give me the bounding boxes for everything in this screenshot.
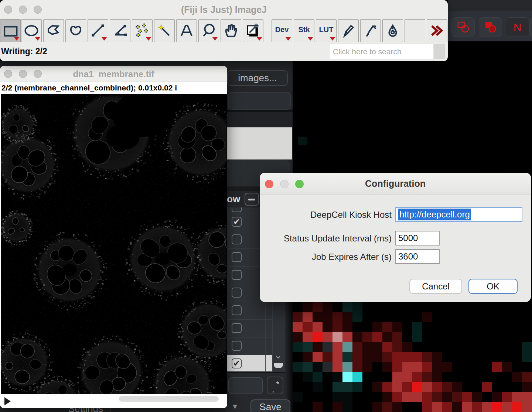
panel-bottom-input[interactable]: [228, 377, 263, 394]
layer-visibility-checkbox[interactable]: [232, 341, 242, 351]
image-pixel: [332, 382, 342, 392]
image-pixel: [412, 322, 422, 332]
layer-visibility-checkbox[interactable]: [232, 270, 242, 280]
image-pixel: [362, 342, 372, 352]
image-window-title: dna1_membrane.tif: [0, 69, 227, 79]
interval-label: Status Update Interval (ms): [260, 233, 392, 244]
image-window-titlebar[interactable]: dna1_membrane.tif: [0, 66, 227, 82]
layer-visibility-checkbox[interactable]: ✔: [232, 358, 242, 368]
image-pixel: [462, 392, 472, 402]
dev-menu-button[interactable]: Dev: [272, 19, 292, 42]
image-pixel: [402, 342, 412, 352]
fill-button[interactable]: [382, 19, 403, 42]
regex-button[interactable]: * .: [267, 377, 283, 394]
shapes-filled-button[interactable]: [479, 17, 502, 37]
screen: images... ow ✔✔ ⌄ * .: [0, 0, 532, 412]
frame-scrollbar[interactable]: [119, 396, 219, 402]
freehand-tool-button[interactable]: [65, 19, 86, 42]
cancel-button[interactable]: Cancel: [409, 279, 462, 294]
expires-input[interactable]: 3600: [395, 249, 440, 264]
image-pixel: [382, 392, 392, 402]
ok-button[interactable]: OK: [468, 279, 518, 294]
chevron-down-icon[interactable]: ⌄: [274, 350, 282, 361]
image-pixel: [332, 312, 342, 322]
image-pixel: [412, 362, 422, 372]
shapes-outline-button[interactable]: [451, 17, 475, 37]
more-tools-button[interactable]: [427, 19, 447, 42]
blank-button[interactable]: [405, 19, 425, 42]
save-dropdown-arrow[interactable]: ▼: [231, 402, 239, 411]
image-pixel: [432, 402, 442, 412]
brush-button[interactable]: [360, 19, 381, 42]
image-pixel: [492, 392, 502, 402]
layer-visibility-checkbox[interactable]: [232, 305, 242, 315]
n-button[interactable]: N: [506, 17, 529, 37]
partial-button[interactable]: [529, 17, 532, 37]
dropdown-arrow-icon: [14, 37, 19, 41]
dropdown-arrow-icon: [286, 37, 291, 41]
image-pixel: [432, 382, 442, 392]
image-pixel: [332, 332, 342, 342]
image-pixel: [342, 322, 352, 332]
image-pixel: [313, 322, 323, 332]
image-pixel: [462, 402, 472, 412]
image-pixel: [293, 332, 303, 342]
layer-visibility-checkbox[interactable]: [232, 288, 242, 298]
angle-tool-button[interactable]: [110, 19, 130, 42]
image-pixel: [362, 352, 372, 362]
search-input[interactable]: [330, 44, 434, 60]
polygon-tool-button[interactable]: [43, 19, 64, 42]
scrollbar-thumb-sliver[interactable]: [274, 363, 283, 368]
image-pixel: [352, 372, 362, 382]
image-pixel: [313, 372, 323, 382]
image-pixel: [422, 352, 432, 362]
image-pixel: [323, 312, 332, 322]
point-tool-button[interactable]: [132, 19, 153, 42]
image-pixel: [402, 362, 412, 372]
pencil-button[interactable]: [338, 19, 359, 42]
microscopy-image[interactable]: [1, 94, 227, 395]
image-pixel: [392, 342, 402, 352]
play-icon[interactable]: [4, 397, 11, 405]
regex-dot-glyph: .: [272, 384, 280, 393]
image-pixel: [332, 362, 342, 372]
color-picker-tool-button[interactable]: [243, 19, 263, 42]
wand-tool-button[interactable]: [154, 19, 175, 42]
collapse-button[interactable]: [245, 193, 259, 206]
panel-light-block: [227, 127, 292, 159]
zoom-tool-button[interactable]: [198, 19, 219, 42]
layer-visibility-checkbox[interactable]: ✔: [232, 217, 242, 227]
image-pixel: [412, 352, 422, 362]
interval-input[interactable]: 5000: [395, 231, 440, 246]
layer-visibility-checkbox[interactable]: [232, 323, 242, 333]
image-pixel: [303, 322, 313, 332]
dialog-title: Configuration: [260, 178, 531, 189]
dev-menu-label: Dev: [272, 25, 292, 34]
oval-tool-button[interactable]: [21, 19, 42, 42]
image-pixel: [442, 362, 452, 372]
image-pixel: [293, 342, 303, 352]
stk-menu-button[interactable]: Stk: [294, 19, 314, 42]
panel-section: [226, 112, 293, 127]
text-tool-button[interactable]: [176, 19, 197, 42]
dropdown-arrow-icon: [330, 37, 335, 41]
image-pixel: [502, 402, 512, 412]
lut-menu-button[interactable]: LUT: [316, 19, 337, 42]
image-pixel: [342, 332, 352, 342]
panel-secondary-button[interactable]: [228, 92, 291, 110]
image-pixel: [422, 312, 432, 322]
layer-visibility-checkbox[interactable]: [232, 252, 242, 262]
layer-visibility-checkbox[interactable]: [232, 234, 242, 244]
image-pixel: [303, 372, 313, 382]
image-pixel: [342, 402, 352, 412]
rectangle-tool-button[interactable]: [0, 19, 21, 42]
images-button[interactable]: images...: [227, 70, 288, 86]
dialog-titlebar[interactable]: Configuration: [260, 173, 531, 195]
stk-menu-label: Stk: [294, 25, 314, 34]
layer-visibility-checkbox[interactable]: [232, 207, 242, 212]
hand-tool-button[interactable]: [221, 19, 241, 42]
save-button[interactable]: Save: [250, 399, 290, 412]
line-tool-button[interactable]: [88, 19, 108, 42]
host-input[interactable]: http://deepcell.org: [395, 207, 522, 222]
image-window: dna1_membrane.tif 2/2 (membrane_channel_…: [0, 66, 227, 408]
